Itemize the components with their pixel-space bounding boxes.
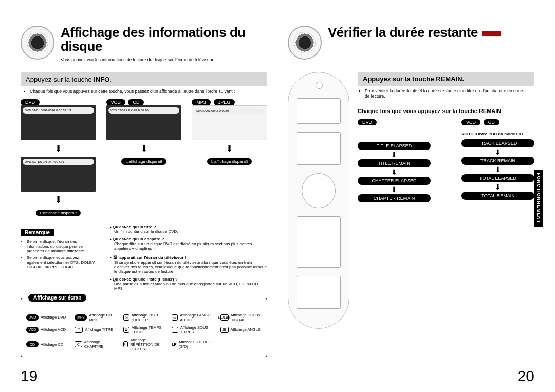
legend-item: LRAffichage STEREO (G/D)	[172, 340, 213, 349]
qa-q4: Qu'est-ce qu'une Piste (Fichier) ?	[110, 277, 267, 282]
legend-text: Affichage DOLBY DIGITAL	[231, 313, 262, 322]
legend-icon: LR	[172, 341, 176, 347]
pill-vcd2: VCD	[461, 119, 480, 125]
info-bar-text: Appuyez sur la touche	[26, 76, 94, 83]
legend-text: Affichage LANGUE AUDIO	[180, 313, 213, 322]
arrow-down-icon: ⬇	[192, 143, 267, 154]
legend-text: Affichage TEMPS ÉCOULÉ	[132, 325, 165, 334]
pill-vcd: VCD	[106, 99, 125, 105]
legend-icon: CD	[26, 341, 39, 347]
legend-item: DVDAffichage DVD	[26, 314, 67, 321]
legend-text: Affichage DVD	[41, 315, 66, 320]
step: TITLE REMAIN	[358, 159, 431, 167]
legend-item: ▭Affichage LANGUE AUDIO	[172, 313, 213, 322]
qa-q3: ⦻ apparaît sur l'écran du téléviseur !	[110, 254, 267, 260]
right-title: Vérifier la durée restante	[328, 26, 501, 40]
seq-dvd: DVD TITLE ELAPSED ⬇ TITLE REMAIN ⬇ CHAPT…	[358, 119, 431, 204]
osd-line-2: VCD 02/02 LR OFF 0:00:30	[108, 107, 180, 114]
right-heading: Vérifier la durée restante	[288, 26, 534, 60]
arrow-down-icon: ⬇	[21, 143, 96, 154]
left-title: Affichage des informations du disque	[61, 26, 267, 54]
tv-osd-3: MP3 0001/0042 0:00:08	[192, 105, 267, 140]
qa-a1: Un film contenu sur le disque DVD.	[114, 229, 267, 234]
legend-item: …Affichage SOUS-TITRES	[172, 325, 213, 334]
legend-text: Affichage VCD	[41, 327, 66, 332]
arrow-down-icon: ⬇	[358, 152, 431, 157]
qa-q2: Qu'est-ce qu'un chapitre ?	[110, 237, 267, 241]
arrow-down-icon: ⬇	[461, 150, 534, 155]
legend-text: Affichage PISTE (FICHIER)	[132, 313, 165, 322]
remarque-list: Selon le disque, l'écran des information…	[21, 239, 98, 269]
legend-icon: ▭	[172, 314, 178, 321]
osd-line-3: MP3 0001/0042 0:00:08	[194, 108, 265, 114]
pill-dvd2: DVD	[358, 119, 377, 125]
arrow-down-icon: ⬇	[461, 184, 534, 190]
tv-osd-1: DVD 01/01 0001/0040 0:00:37 1/1	[21, 105, 96, 140]
legend-text: Affichage ANGLE	[231, 327, 261, 332]
pill-dvd: DVD	[21, 99, 40, 105]
page-right: Vérifier la durée restante Appuyez sur l…	[288, 26, 534, 360]
pill-cd2: CD	[484, 119, 499, 125]
pill-cd: CD	[128, 99, 144, 105]
legend-item: 🎥Affichage ANGLE	[220, 327, 262, 333]
arrow-down-icon: ⬇	[358, 187, 431, 192]
legend-text: Affichage STEREO (G/D)	[179, 340, 213, 349]
legend-item: DOLBYAffichage DOLBY DIGITAL	[220, 313, 262, 322]
arrow-down-icon: ⬇	[358, 170, 431, 175]
shot-mp3-jpeg: MP3 JPEG MP3 0001/0042 0:00:08 ⬇ L'affic…	[192, 99, 267, 216]
step: TOTAL REMAIN	[461, 192, 534, 200]
legend-text: Affichage TITRE	[85, 327, 113, 332]
step: TITLE ELAPSED	[358, 142, 431, 150]
remain-sequence-head: Chaque fois que vous appuyez sur la touc…	[358, 108, 534, 114]
caption-1: L'affichage disparaît	[36, 210, 81, 216]
legend-box: Affichage sur écran DVDAffichage DVD MP3…	[21, 298, 267, 357]
left-intro: Vous pouvez voir les informations de lec…	[61, 57, 267, 62]
qa-a4: Une partie d'un fichier vidéo ou de musi…	[114, 282, 267, 291]
page-number-right: 20	[517, 367, 534, 385]
page-left: Affichage des informations du disque Vou…	[21, 26, 267, 360]
step: TRACK REMAIN	[461, 157, 534, 165]
osd-line-1: DVD 01/01 0001/0040 0:00:37 1/1	[23, 107, 94, 114]
red-bar-icon	[482, 31, 501, 36]
shot-vcd-cd: VCD CD VCD 02/02 LR OFF 0:00:30 ⬇ L'affi…	[106, 99, 182, 216]
page-number-left: 19	[21, 367, 38, 385]
legend-item: ↻Affichage RÉPÉTITION DE LECTURE	[123, 338, 164, 351]
legend-item: TAffichage TITRE	[75, 327, 116, 333]
legend-title: Affichage sur écran	[28, 294, 86, 302]
remain-bar-sub: Pour vérifier la durée totale et la duré…	[365, 88, 529, 99]
info-bar-sub: Chaque fois que vous appuyez sur cette t…	[26, 89, 267, 94]
legend-icon: …	[172, 327, 178, 333]
step: TRACK ELAPSED	[461, 139, 534, 147]
shot-dvd: DVD DVD 01/01 0001/0040 0:00:37 1/1 ⬇ DV…	[21, 99, 96, 216]
legend-text: Affichage CD	[41, 342, 63, 347]
legend-grid: DVDAffichage DVD MP3Affichage CD MP3 ◎Af…	[26, 313, 262, 351]
info-bar-bold: INFO	[94, 76, 109, 83]
tv-osd-2: VCD 02/02 LR OFF 0:00:30	[106, 105, 182, 140]
qa-list: Qu'est-ce qu'un titre ? Un film contenu …	[110, 225, 267, 291]
vcd-pbc-note: VCD 2.0 avec PBC en mode OFF	[461, 132, 534, 136]
pill-jpeg: JPEG	[214, 99, 235, 105]
legend-icon: T	[75, 327, 83, 333]
remote-control-illustration	[288, 72, 349, 329]
legend-item: VCDAffichage VCD	[26, 327, 67, 333]
legend-item: ◎Affichage PISTE (FICHIER)	[123, 313, 164, 322]
legend-text: Affichage CHAPITRE	[84, 340, 116, 349]
qa-q1: Qu'est-ce qu'un titre ?	[110, 225, 267, 229]
remarque-1: Selon le disque, l'écran des information…	[27, 239, 98, 253]
legend-icon: DVD	[26, 314, 39, 321]
legend-item: CDAffichage CD	[26, 341, 67, 347]
legend-icon: ⧗	[123, 327, 130, 333]
step: CHAPTER REMAIN	[358, 194, 431, 202]
seq-vcd-cd: VCD CD VCD 2.0 avec PBC en mode OFF TRAC…	[461, 119, 534, 204]
legend-icon: ↻	[123, 341, 128, 347]
legend-item: MP3Affichage CD MP3	[75, 313, 116, 322]
left-heading: Affichage des informations du disque Vou…	[21, 26, 267, 62]
legend-icon: C	[75, 341, 82, 347]
info-bar: Appuyez sur la touche INFO.	[21, 72, 267, 86]
screenshot-row: DVD DVD 01/01 0001/0040 0:00:37 1/1 ⬇ DV…	[21, 99, 267, 216]
info-bar-sub-li: Chaque fois que vous appuyez sur cette t…	[30, 89, 267, 94]
legend-icon: 🎥	[220, 327, 229, 333]
remarque-2: Selon le disque vous pouvez également sé…	[27, 255, 98, 269]
disc-icon	[21, 26, 54, 60]
caption-3: L'affichage disparaît	[207, 158, 252, 165]
